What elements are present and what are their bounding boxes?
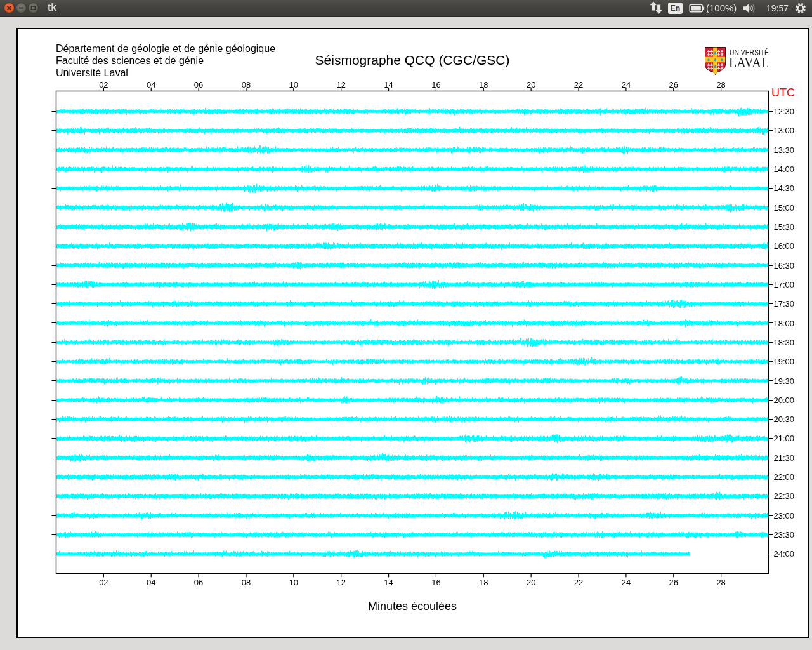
svg-text:08: 08 [242,578,251,587]
svg-text:28: 28 [716,80,725,90]
svg-text:21:00: 21:00 [774,434,795,443]
svg-text:20:00: 20:00 [774,395,795,405]
svg-text:14: 14 [384,80,393,90]
svg-text:Minutes écoulées: Minutes écoulées [368,600,457,613]
svg-text:22: 22 [574,80,583,90]
svg-text:17:30: 17:30 [774,299,795,308]
svg-text:10: 10 [289,578,298,587]
svg-text:16:00: 16:00 [774,241,795,251]
svg-text:21:30: 21:30 [774,453,795,463]
svg-text:14:30: 14:30 [774,183,795,193]
svg-text:24:00: 24:00 [774,549,795,559]
svg-text:16:30: 16:30 [774,261,795,270]
svg-text:Faculté des sciences et de gén: Faculté des sciences et de génie [56,55,204,66]
svg-text:16: 16 [431,80,440,90]
svg-text:18: 18 [479,80,488,90]
svg-text:28: 28 [716,578,725,587]
svg-text:13:30: 13:30 [774,145,795,155]
svg-text:12: 12 [336,578,345,587]
svg-text:10: 10 [289,80,298,90]
svg-text:23:30: 23:30 [774,530,795,540]
svg-text:UTC: UTC [771,86,795,99]
svg-text:LAVAL: LAVAL [729,54,769,70]
svg-text:02: 02 [99,80,108,90]
svg-text:15:00: 15:00 [774,203,795,213]
svg-text:04: 04 [147,578,155,587]
svg-text:26: 26 [669,578,678,587]
svg-text:24: 24 [622,80,631,90]
svg-text:08: 08 [242,80,251,90]
svg-text:14: 14 [384,578,393,587]
svg-text:16: 16 [431,578,440,587]
svg-text:18:00: 18:00 [774,319,795,328]
svg-text:22: 22 [574,578,583,587]
svg-text:20:30: 20:30 [774,415,795,424]
svg-text:06: 06 [194,80,203,90]
svg-text:12:30: 12:30 [774,107,795,116]
svg-text:17:00: 17:00 [774,280,795,289]
svg-text:04: 04 [147,80,155,90]
svg-text:13:00: 13:00 [774,126,795,135]
svg-text:Séismographe QCQ (CGC/GSC): Séismographe QCQ (CGC/GSC) [315,53,510,67]
svg-text:Université Laval: Université Laval [56,67,128,78]
svg-text:18:30: 18:30 [774,338,795,347]
svg-text:15:30: 15:30 [774,222,795,232]
svg-text:19:30: 19:30 [774,376,795,386]
svg-text:23:00: 23:00 [774,511,795,521]
svg-text:06: 06 [194,578,203,587]
svg-text:18: 18 [479,578,488,587]
svg-text:24: 24 [622,578,631,587]
svg-text:Département de géologie et de: Département de géologie et de génie géol… [56,43,275,54]
svg-text:26: 26 [669,80,678,90]
svg-text:20: 20 [527,80,535,90]
svg-text:14:00: 14:00 [774,164,795,174]
svg-text:22:00: 22:00 [774,472,795,482]
svg-text:22:30: 22:30 [774,491,795,501]
svg-text:20: 20 [527,578,535,587]
svg-text:02: 02 [99,578,108,587]
svg-text:12: 12 [336,80,345,90]
svg-text:19:00: 19:00 [774,357,795,366]
